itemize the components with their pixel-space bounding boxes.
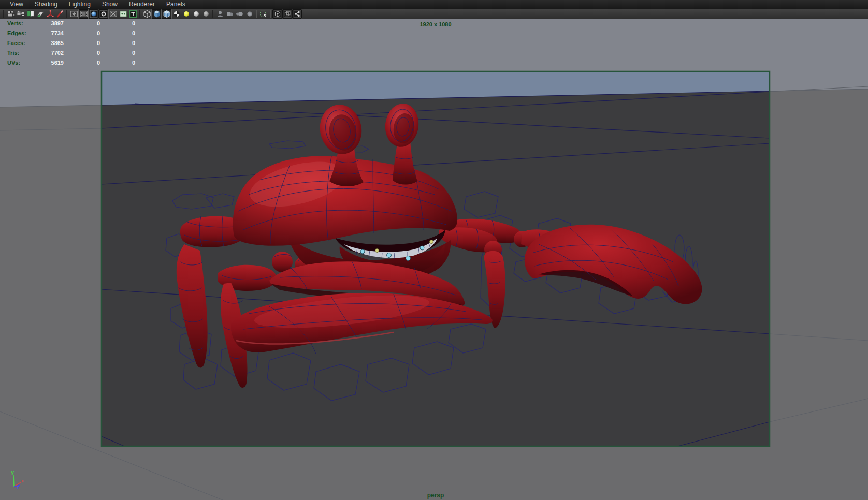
stat-label: Edges: [7, 28, 26, 38]
camera-name-label: persp [102, 492, 770, 499]
axis-y-label: y [11, 469, 15, 475]
stat-selected: 0 [80, 48, 117, 58]
menu-renderer[interactable]: Renderer [123, 0, 161, 9]
image-plane-icon[interactable] [35, 9, 45, 19]
toolbar-separator [254, 10, 258, 18]
resolution-gate-icon[interactable] [79, 9, 89, 19]
stat-total: 3897 [27, 19, 64, 28]
toolbar-separator [2, 10, 6, 18]
wireframe-display-icon[interactable] [142, 9, 152, 19]
viewport-panel-window: View Shading Lighting Show Renderer Pane… [0, 0, 868, 500]
poly-count-row: Tris: 7702 0 0 [0, 48, 166, 58]
stat-selected: 0 [80, 28, 117, 38]
axis-x-label: x [21, 478, 24, 483]
stat-label: Faces: [7, 38, 25, 48]
menu-show[interactable]: Show [96, 0, 123, 9]
bookmarks-icon[interactable] [25, 9, 35, 19]
all-lights-icon[interactable] [191, 9, 201, 19]
select-camera-icon[interactable] [6, 9, 16, 19]
textured-display-icon[interactable] [171, 9, 181, 19]
viewport-canvas[interactable]: .wire{fill:none;stroke:#1f1f5e;stroke-wi… [0, 19, 868, 500]
panel-menu-bar: View Shading Lighting Show Renderer Pane… [0, 0, 868, 9]
camera-attributes-icon[interactable] [16, 9, 25, 19]
stat-other: 0 [115, 58, 152, 68]
toolbar-separator [268, 10, 272, 18]
xray-joints-display-icon[interactable] [282, 9, 292, 19]
safe-action-icon[interactable] [108, 9, 118, 19]
safe-title-icon[interactable] [118, 9, 128, 19]
depth-of-field-icon[interactable] [244, 9, 254, 19]
hud-toggle-icon[interactable] [128, 9, 138, 19]
stat-other: 0 [115, 28, 152, 38]
flat-lighting-icon[interactable] [201, 9, 211, 19]
wireframe-on-shaded-display-icon[interactable] [162, 9, 171, 19]
menu-shading[interactable]: Shading [29, 0, 63, 9]
poly-count-row: Edges: 7734 0 0 [0, 28, 166, 38]
shadows-icon[interactable] [215, 9, 225, 19]
shaded-display-icon[interactable] [152, 9, 162, 19]
menu-panels[interactable]: Panels [161, 0, 191, 9]
toolbar-separator [211, 10, 215, 18]
stat-total: 5619 [27, 58, 64, 68]
plugin-shading-nodes-icon[interactable] [292, 9, 302, 19]
poly-count-row: UVs: 5619 0 0 [0, 58, 166, 68]
axis-z-label: z [17, 484, 19, 490]
film-gate-icon[interactable] [69, 9, 79, 19]
toolbar-separator [138, 10, 142, 18]
stat-other: 0 [115, 48, 152, 58]
toolbar-separator [65, 10, 69, 18]
menu-lighting[interactable]: Lighting [63, 0, 96, 9]
stat-label: UVs: [7, 58, 20, 68]
use-default-lighting-icon[interactable] [181, 9, 191, 19]
poly-count-row: Faces: 3865 0 0 [0, 38, 166, 48]
menu-view[interactable]: View [4, 0, 29, 9]
gate-mask-icon[interactable] [89, 9, 98, 19]
grease-pencil-icon[interactable] [55, 9, 65, 19]
stat-label: Tris: [7, 48, 19, 58]
gate-interior [102, 71, 770, 446]
xray-display-icon[interactable] [272, 9, 282, 19]
two-d-pan-zoom-icon[interactable] [45, 9, 55, 19]
field-chart-icon[interactable] [98, 9, 108, 19]
stat-total: 3865 [27, 38, 64, 48]
stat-other: 0 [115, 38, 152, 48]
stat-total: 7734 [27, 28, 64, 38]
stat-selected: 0 [80, 38, 117, 48]
resolution-gate-label: 1920 x 1080 [102, 21, 770, 27]
stat-selected: 0 [80, 58, 117, 68]
viewport-3d[interactable]: .wire{fill:none;stroke:#1f1f5e;stroke-wi… [0, 19, 868, 500]
ambient-occlusion-icon[interactable] [225, 9, 235, 19]
motion-blur-icon[interactable] [235, 9, 244, 19]
stat-total: 7702 [27, 48, 64, 58]
stat-label: Verts: [7, 19, 23, 28]
viewport-toolbar [0, 9, 868, 19]
isolate-select-icon[interactable] [258, 9, 268, 19]
